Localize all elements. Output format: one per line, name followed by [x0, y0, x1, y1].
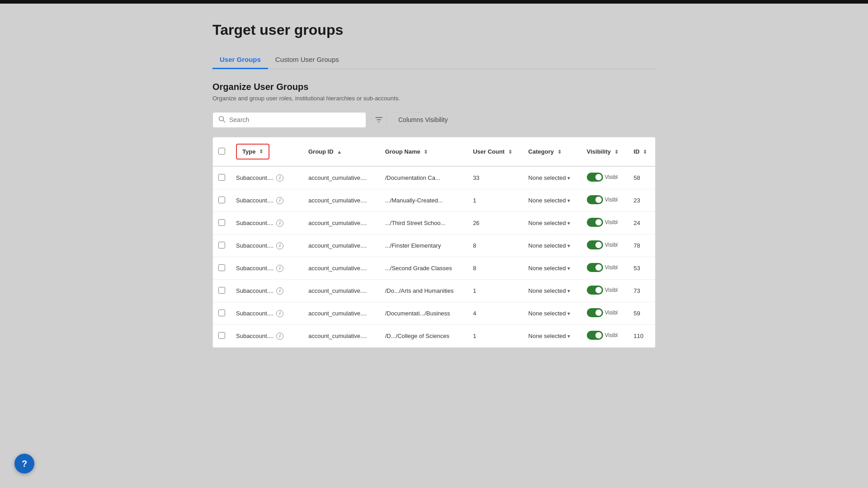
col-header-type[interactable]: Type ⇕	[231, 137, 303, 166]
toolbar: Columns Visibility	[212, 112, 656, 128]
row-checkbox-cell[interactable]	[213, 302, 231, 325]
table-row: Subaccount.... i account_cumulative.... …	[213, 257, 655, 280]
select-all-checkbox[interactable]	[218, 148, 225, 155]
row-group-name: .../Manually-Created...	[380, 189, 467, 212]
table-row: Subaccount.... i account_cumulative.... …	[213, 212, 655, 235]
row-id: 53	[628, 257, 655, 280]
table-row: Subaccount.... i account_cumulative.... …	[213, 166, 655, 189]
row-checkbox[interactable]	[218, 242, 225, 249]
row-checkbox-cell[interactable]	[213, 325, 231, 347]
row-user-count: 8	[467, 235, 523, 257]
page-title: Target user groups	[212, 22, 656, 38]
row-group-id: account_cumulative....	[303, 212, 380, 235]
row-visibility: Visibl	[581, 257, 628, 280]
row-type: Subaccount.... i	[231, 235, 303, 257]
info-icon[interactable]: i	[276, 310, 283, 317]
row-category: None selected ▾	[523, 166, 581, 189]
row-user-count: 1	[467, 280, 523, 302]
row-category: None selected ▾	[523, 280, 581, 302]
row-group-id: account_cumulative....	[303, 325, 380, 347]
info-icon[interactable]: i	[276, 174, 283, 182]
category-dropdown[interactable]: ▾	[567, 220, 570, 226]
category-dropdown[interactable]: ▾	[567, 288, 570, 294]
sort-icon-group-id: ▲	[337, 149, 342, 155]
info-icon[interactable]: i	[276, 242, 283, 249]
sort-icon-visibility: ⇕	[614, 149, 618, 155]
row-group-id: account_cumulative....	[303, 189, 380, 212]
category-dropdown[interactable]: ▾	[567, 243, 570, 249]
row-category: None selected ▾	[523, 189, 581, 212]
row-type: Subaccount.... i	[231, 212, 303, 235]
info-icon[interactable]: i	[276, 265, 283, 272]
col-header-group-name[interactable]: Group Name ⇕	[380, 137, 467, 166]
filter-button[interactable]	[371, 112, 387, 128]
search-icon	[218, 116, 226, 124]
sort-icon-type: ⇕	[259, 149, 263, 155]
row-type: Subaccount.... i	[231, 302, 303, 325]
row-checkbox[interactable]	[218, 310, 225, 316]
row-checkbox[interactable]	[218, 332, 225, 339]
col-header-id[interactable]: ID ⇕	[628, 137, 655, 166]
section-description: Organize and group user roles, instituti…	[212, 95, 656, 102]
visibility-toggle[interactable]	[587, 286, 603, 295]
row-checkbox[interactable]	[218, 264, 225, 271]
tab-custom-user-groups[interactable]: Custom User Groups	[268, 51, 346, 69]
row-group-name: .../Second Grade Classes	[380, 257, 467, 280]
category-dropdown[interactable]: ▾	[567, 175, 570, 181]
row-checkbox-cell[interactable]	[213, 189, 231, 212]
row-type: Subaccount.... i	[231, 189, 303, 212]
visibility-toggle[interactable]	[587, 240, 603, 249]
tab-user-groups[interactable]: User Groups	[212, 51, 268, 69]
sort-icon-category: ⇕	[557, 149, 561, 155]
search-box	[212, 112, 366, 128]
row-checkbox-cell[interactable]	[213, 166, 231, 189]
row-visibility: Visibl	[581, 235, 628, 257]
row-group-name: /Do.../Arts and Humanities	[380, 280, 467, 302]
select-all-header[interactable]	[213, 137, 231, 166]
row-group-id: account_cumulative....	[303, 257, 380, 280]
visibility-toggle[interactable]	[587, 195, 603, 204]
visibility-toggle[interactable]	[587, 331, 603, 340]
row-checkbox-cell[interactable]	[213, 280, 231, 302]
col-header-group-id[interactable]: Group ID ▲	[303, 137, 380, 166]
category-dropdown[interactable]: ▾	[567, 265, 570, 272]
col-header-user-count[interactable]: User Count ⇕	[467, 137, 523, 166]
row-category: None selected ▾	[523, 257, 581, 280]
col-header-visibility[interactable]: Visibility ⇕	[581, 137, 628, 166]
search-input[interactable]	[229, 116, 360, 123]
row-checkbox[interactable]	[218, 219, 225, 226]
data-table: Type ⇕ Group ID ▲ Group Name ⇕ User Coun…	[212, 137, 656, 348]
row-checkbox[interactable]	[218, 197, 225, 203]
col-header-category[interactable]: Category ⇕	[523, 137, 581, 166]
info-icon[interactable]: i	[276, 287, 283, 295]
visibility-toggle[interactable]	[587, 218, 603, 227]
info-icon[interactable]: i	[276, 333, 283, 340]
columns-visibility-button[interactable]: Columns Visibility	[392, 113, 454, 127]
table-row: Subaccount.... i account_cumulative.... …	[213, 302, 655, 325]
row-checkbox[interactable]	[218, 174, 225, 181]
row-group-name: /Documentati.../Business	[380, 302, 467, 325]
category-dropdown[interactable]: ▾	[567, 197, 570, 204]
row-group-id: account_cumulative....	[303, 280, 380, 302]
category-dropdown[interactable]: ▾	[567, 333, 570, 339]
row-visibility: Visibl	[581, 280, 628, 302]
row-category: None selected ▾	[523, 302, 581, 325]
visibility-toggle[interactable]	[587, 173, 603, 182]
row-checkbox[interactable]	[218, 287, 225, 294]
row-visibility: Visibl	[581, 302, 628, 325]
row-checkbox-cell[interactable]	[213, 212, 231, 235]
info-icon[interactable]: i	[276, 220, 283, 227]
sort-icon-user-count: ⇕	[508, 149, 512, 155]
visibility-toggle[interactable]	[587, 308, 603, 317]
row-checkbox-cell[interactable]	[213, 235, 231, 257]
section-title: Organize User Groups	[212, 82, 656, 92]
table-row: Subaccount.... i account_cumulative.... …	[213, 325, 655, 347]
visibility-toggle[interactable]	[587, 263, 603, 272]
tabs-container: User Groups Custom User Groups	[212, 51, 656, 69]
row-checkbox-cell[interactable]	[213, 257, 231, 280]
row-user-count: 33	[467, 166, 523, 189]
row-group-id: account_cumulative....	[303, 235, 380, 257]
row-user-count: 1	[467, 325, 523, 347]
info-icon[interactable]: i	[276, 197, 283, 204]
category-dropdown[interactable]: ▾	[567, 310, 570, 317]
